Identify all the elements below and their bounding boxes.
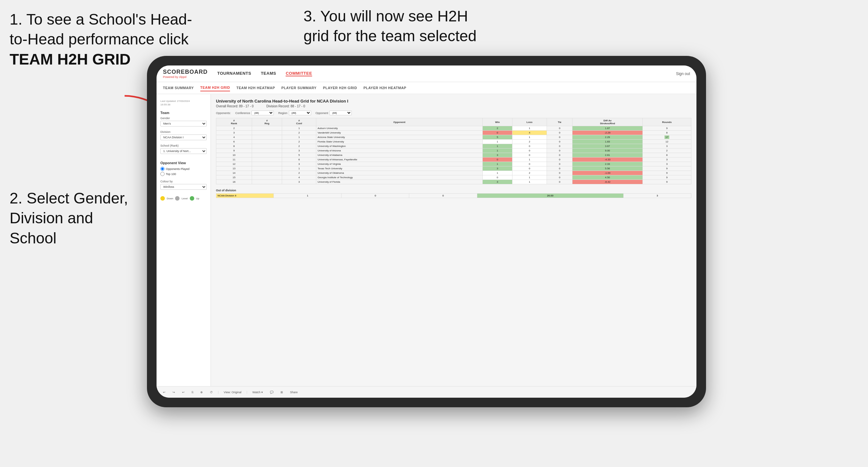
cell-tie: 0 bbox=[547, 139, 572, 144]
cell-opponent: University of Virginia bbox=[316, 162, 483, 166]
conference-select[interactable]: (All) bbox=[251, 111, 274, 115]
sub-nav-player-summary[interactable]: PLAYER SUMMARY bbox=[281, 85, 317, 91]
table-row: 9 3 University of Arizona 1 0 0 9.00 2 bbox=[216, 149, 691, 153]
col-opponent: Opponent bbox=[316, 118, 483, 126]
cell-tie: 0 bbox=[547, 157, 572, 162]
sidebar-colour-select[interactable]: Win/loss bbox=[160, 184, 207, 190]
cell-win: 1 bbox=[483, 144, 512, 149]
toolbar-grid[interactable]: ⊞ bbox=[279, 390, 285, 395]
cell-reg bbox=[252, 149, 282, 153]
annotation-line3: TEAM H2H GRID bbox=[9, 51, 131, 68]
cell-rank: 6 bbox=[216, 139, 252, 144]
col-reg: #Reg bbox=[252, 118, 282, 126]
table-row: 15 4 Georgia Institute of Technology 0 1… bbox=[216, 175, 691, 180]
cell-rounds: 8 bbox=[643, 131, 691, 135]
cell-conf: 2 bbox=[282, 131, 316, 135]
toolbar-redo[interactable]: ↪ bbox=[170, 390, 177, 395]
cell-tie: 0 bbox=[547, 166, 572, 171]
sidebar-division-select[interactable]: NCAA Division I bbox=[160, 134, 207, 140]
cell-diff: 1.83 bbox=[572, 139, 643, 144]
cell-diff: 2.61 bbox=[572, 153, 643, 157]
toolbar-undo[interactable]: ↩ bbox=[161, 390, 167, 395]
table-row: 4 1 Arizona State University 5 1 0 2.29 … bbox=[216, 135, 691, 139]
cell-conf: 3 bbox=[282, 162, 316, 166]
colour-dot-down bbox=[160, 196, 165, 200]
cell-rounds: 9 bbox=[643, 180, 691, 184]
table-row: 8 2 University of Washington 1 0 0 3.67 … bbox=[216, 144, 691, 149]
sub-nav-team-summary[interactable]: TEAM SUMMARY bbox=[163, 85, 194, 91]
sub-nav-team-h2h-heatmap[interactable]: TEAM H2H HEATMAP bbox=[237, 85, 275, 91]
sub-nav: TEAM SUMMARY TEAM H2H GRID TEAM H2H HEAT… bbox=[157, 82, 696, 94]
table-row: 3 2 Vanderbilt University 0 4 0 -2.29 8 bbox=[216, 131, 691, 135]
sub-nav-team-h2h-grid[interactable]: TEAM H2H GRID bbox=[200, 84, 230, 91]
cell-rank: 4 bbox=[216, 135, 252, 139]
sign-out[interactable]: Sign out bbox=[676, 71, 690, 76]
cell-rounds: 9 bbox=[643, 171, 691, 175]
cell-diff: 4.50 bbox=[572, 175, 643, 180]
cell-win: 1 bbox=[483, 139, 512, 144]
cell-rank: 11 bbox=[216, 157, 252, 162]
nav-committee[interactable]: COMMITTEE bbox=[286, 71, 312, 76]
logo-area: SCOREBOARD Powered by clippd bbox=[163, 69, 208, 79]
cell-rank: 8 bbox=[216, 144, 252, 149]
toolbar-clock[interactable]: ⏱ bbox=[208, 390, 215, 395]
toolbar-comment[interactable]: 💬 bbox=[268, 390, 275, 395]
colour-dot-level bbox=[175, 196, 180, 200]
cell-conf: 6 bbox=[282, 157, 316, 162]
cell-reg bbox=[252, 180, 282, 184]
cell-rounds: 12 bbox=[643, 139, 691, 144]
cell-rounds: 9 bbox=[643, 126, 691, 131]
cell-loss: 0 bbox=[512, 162, 547, 166]
region-label: Region bbox=[278, 112, 287, 115]
cell-conf: 4 bbox=[282, 175, 316, 180]
nav-teams[interactable]: TEAMS bbox=[261, 71, 276, 76]
tablet-device: SCOREBOARD Powered by clippd TOURNAMENTS… bbox=[147, 56, 706, 407]
nav-tournaments[interactable]: TOURNAMENTS bbox=[217, 71, 251, 76]
cell-win: 1 bbox=[483, 162, 512, 166]
cell-tie: 0 bbox=[547, 180, 572, 184]
cell-rank: 14 bbox=[216, 171, 252, 175]
region-select[interactable]: (All) bbox=[289, 111, 311, 115]
cell-rounds: 3 bbox=[643, 144, 691, 149]
cell-win: 2 bbox=[483, 126, 512, 131]
toolbar-view[interactable]: View: Original bbox=[222, 390, 243, 395]
opponent-select[interactable]: (All) bbox=[329, 111, 352, 115]
toolbar-copy[interactable]: ⎘ bbox=[190, 390, 195, 395]
sidebar-team-label: Team bbox=[160, 111, 207, 115]
out-val1: 1 bbox=[274, 193, 342, 198]
cell-tie: 0 bbox=[547, 131, 572, 135]
sidebar-radio-top100[interactable]: Top 100 bbox=[160, 172, 207, 176]
data-title: University of North Carolina Head-to-Hea… bbox=[216, 99, 691, 103]
cell-tie: 0 bbox=[547, 171, 572, 175]
logo-sub: Powered by clippd bbox=[163, 75, 208, 79]
cell-reg bbox=[252, 157, 282, 162]
toolbar-sep2: | bbox=[247, 391, 247, 394]
out-val3: 0 bbox=[409, 193, 477, 198]
sub-nav-player-h2h-heatmap[interactable]: PLAYER H2H HEATMAP bbox=[364, 85, 406, 91]
cell-rounds: 2 bbox=[643, 149, 691, 153]
sidebar-radio-opponents-played[interactable]: Opponents Played bbox=[160, 167, 207, 171]
cell-opponent: University of Arkansas, Fayetteville bbox=[316, 157, 483, 162]
toolbar-watch[interactable]: Watch ▾ bbox=[250, 390, 265, 395]
cell-diff: -6.42 bbox=[572, 180, 643, 184]
cell-reg bbox=[252, 131, 282, 135]
toolbar-add[interactable]: ⊕ bbox=[198, 390, 205, 395]
annotation-line2: to-Head performance click bbox=[9, 31, 188, 48]
cell-reg bbox=[252, 135, 282, 139]
toolbar-share[interactable]: Share bbox=[288, 390, 300, 395]
colour-legend: Down Level Up bbox=[160, 196, 207, 200]
sidebar-gender-select[interactable]: Men's bbox=[160, 121, 207, 126]
out-of-division-label: Out of division bbox=[216, 189, 691, 192]
sidebar-school-select[interactable]: 1. University of Nort... bbox=[160, 148, 207, 154]
out-rounds: 3 bbox=[623, 193, 691, 198]
toolbar-back[interactable]: ↩ bbox=[180, 390, 187, 395]
cell-conf: 3 bbox=[282, 180, 316, 184]
cell-rounds: 3 bbox=[643, 157, 691, 162]
sub-nav-player-h2h-grid[interactable]: PLAYER H2H GRID bbox=[323, 85, 357, 91]
filter-row: Opponents: Conference (All) Region (All) bbox=[216, 111, 691, 115]
overall-record: Overall Record: 89 - 17 - 0 bbox=[216, 104, 254, 108]
sidebar-gender-label: Gender bbox=[160, 117, 207, 120]
cell-diff: -1.00 bbox=[572, 171, 643, 175]
nav-bar: SCOREBOARD Powered by clippd TOURNAMENTS… bbox=[157, 65, 696, 82]
cell-conf: 2 bbox=[282, 171, 316, 175]
